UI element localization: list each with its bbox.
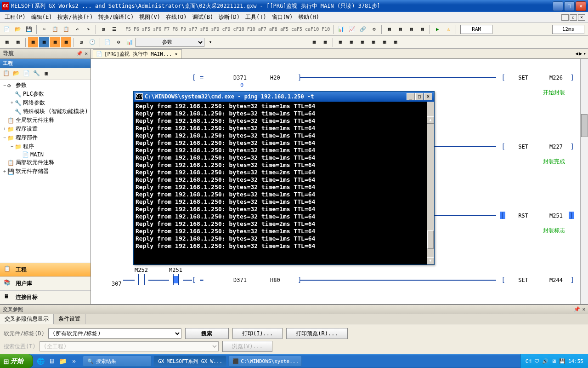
new-icon[interactable]: 📄 bbox=[2, 24, 12, 34]
ql-3[interactable]: 📁 bbox=[58, 356, 68, 366]
cmd-minimize[interactable]: _ bbox=[407, 93, 415, 100]
tb2-m[interactable]: ▦ bbox=[357, 37, 368, 47]
menu-debug[interactable]: 调试(B) bbox=[191, 12, 215, 22]
xref-preview-button[interactable]: 打印预览(R)... bbox=[286, 328, 347, 339]
xref-search-button[interactable]: 搜索 bbox=[185, 328, 229, 339]
tb2-clock-icon[interactable]: 🕐 bbox=[87, 37, 97, 47]
tb2-bar-icon[interactable]: 📊 bbox=[124, 37, 135, 47]
tb2-doc-icon[interactable]: 📄 bbox=[102, 37, 113, 47]
nav-tb-4[interactable]: 🔧 bbox=[32, 70, 40, 78]
mdi-minimize[interactable]: _ bbox=[561, 14, 569, 21]
tb2-a[interactable]: ▦ bbox=[2, 37, 12, 47]
tb2-gear-icon[interactable]: ⚙ bbox=[113, 37, 124, 47]
xref-pin-icon[interactable]: 📌 bbox=[574, 306, 580, 312]
tray-1[interactable]: 🛡 bbox=[534, 358, 539, 364]
tray-time[interactable]: 14:55 bbox=[568, 358, 583, 364]
doc-tab-main[interactable]: 📄 [PRG]监视 执行中 MAIN... × bbox=[93, 49, 182, 58]
taskbar-item[interactable]: ⬛C:\WINDOWS\syste... bbox=[228, 356, 302, 367]
icon-b[interactable]: 📈 bbox=[347, 24, 357, 34]
tb2-d[interactable]: ▦ bbox=[39, 37, 49, 47]
tb2-p[interactable]: ▦ bbox=[390, 37, 401, 47]
open-icon[interactable]: 📂 bbox=[13, 24, 23, 34]
taskbar-item[interactable]: 🔍搜索结果 bbox=[83, 356, 152, 367]
icon-d[interactable]: ⚙ bbox=[369, 24, 379, 34]
tree-item[interactable]: 📄MAIN bbox=[1, 151, 90, 158]
nav-tb-2[interactable]: 📂 bbox=[12, 70, 20, 78]
cmd-titlebar[interactable]: C:\ C:\WINDOWS\system32\cmd.exe - ping 1… bbox=[134, 92, 434, 102]
tray-4[interactable]: 💾 bbox=[559, 358, 565, 364]
redo-icon[interactable]: ↷ bbox=[83, 24, 93, 34]
paste-icon[interactable]: 📋 bbox=[61, 24, 71, 34]
tree-item[interactable]: +🔧网络参数 bbox=[1, 98, 90, 107]
nav-tab[interactable]: 📋工程 bbox=[0, 263, 90, 276]
tree-item[interactable]: −⚙参数 bbox=[1, 81, 90, 90]
xref-device-select[interactable]: (所有软元件/标签) bbox=[48, 328, 181, 339]
cmd-close[interactable]: × bbox=[424, 93, 432, 100]
menu-compile[interactable]: 转换/编译(C) bbox=[96, 12, 136, 22]
menu-view[interactable]: 视图(V) bbox=[137, 12, 162, 22]
tab-next-icon[interactable]: ▶ bbox=[579, 51, 582, 57]
project-tree[interactable]: −⚙参数🔧PLC参数+🔧网络参数🔧特殊模块 (智能功能模块)📋全局软元件注释+📁… bbox=[0, 80, 90, 263]
tb2-f[interactable]: ▦ bbox=[61, 37, 71, 47]
system-tray[interactable]: CH 🛡 🔊 🖥 💾 14:55 bbox=[520, 354, 588, 368]
ql-4[interactable]: » bbox=[69, 356, 79, 366]
menu-tools[interactable]: 工具(T) bbox=[243, 12, 268, 22]
menu-edit[interactable]: 编辑(E) bbox=[29, 12, 54, 22]
grid-icon[interactable]: ⊞ bbox=[98, 24, 108, 34]
cmd-maximize[interactable]: □ bbox=[415, 93, 424, 100]
tree-item[interactable]: 📋全局软元件注释 bbox=[1, 116, 90, 125]
copy-icon[interactable]: 📋 bbox=[50, 24, 60, 34]
mdi-restore[interactable]: ▫ bbox=[570, 14, 577, 21]
warn-icon[interactable]: ⚠ bbox=[443, 24, 453, 34]
tree-item[interactable]: 📋局部软元件注释 bbox=[1, 158, 90, 167]
save-icon[interactable]: 💾 bbox=[24, 24, 34, 34]
xref-tab-info[interactable]: 交叉参照信息显示 bbox=[0, 314, 54, 324]
icon-f[interactable]: ▦ bbox=[395, 24, 405, 34]
tb2-b[interactable]: ▦ bbox=[13, 37, 23, 47]
tb2-h[interactable]: ▾ bbox=[205, 37, 215, 47]
minimize-button[interactable]: _ bbox=[553, 1, 563, 11]
tree-item[interactable]: +💾软元件存储器 bbox=[1, 167, 90, 176]
menu-help[interactable]: 帮助(H) bbox=[296, 12, 321, 22]
param-select[interactable]: 参数 bbox=[136, 38, 204, 47]
mdi-close[interactable]: × bbox=[578, 14, 585, 21]
nav-tb-1[interactable]: 📋 bbox=[2, 70, 10, 78]
cmd-output[interactable]: Reply from 192.168.1.250: bytes=32 time=… bbox=[134, 102, 434, 264]
close-button[interactable]: ✕ bbox=[576, 1, 586, 11]
nav-close-icon[interactable]: × bbox=[85, 51, 88, 57]
tab-prev-icon[interactable]: ◀ bbox=[575, 51, 578, 57]
tray-2[interactable]: 🔊 bbox=[542, 358, 548, 364]
icon-e[interactable]: ▦ bbox=[384, 24, 394, 34]
menu-diagnose[interactable]: 诊断(D) bbox=[217, 12, 242, 22]
xref-print-button[interactable]: 打印(I)... bbox=[232, 328, 283, 339]
tree-item[interactable]: −📁程序 bbox=[1, 142, 90, 151]
tab-menu-icon[interactable]: ▾ bbox=[583, 51, 586, 57]
cut-icon[interactable]: ✂ bbox=[39, 24, 49, 34]
menu-search[interactable]: 搜索/替换(F) bbox=[56, 12, 95, 22]
nav-tab[interactable]: 🖥连接目标 bbox=[0, 290, 90, 304]
tray-lang[interactable]: CH bbox=[526, 358, 531, 364]
list-icon[interactable]: ☰ bbox=[109, 24, 119, 34]
xref-tab-cond[interactable]: 条件设置 bbox=[54, 314, 85, 324]
cmd-window[interactable]: C:\ C:\WINDOWS\system32\cmd.exe - ping 1… bbox=[133, 91, 435, 265]
icon-c[interactable]: 🔗 bbox=[358, 24, 368, 34]
icon-g[interactable]: ▦ bbox=[406, 24, 416, 34]
tb2-c[interactable]: ▦ bbox=[28, 37, 38, 47]
taskbar-item[interactable]: GXMELSOFT系列 GX W... bbox=[153, 356, 226, 367]
tb2-i[interactable]: ▦ bbox=[309, 37, 319, 47]
maximize-button[interactable]: □ bbox=[564, 1, 575, 11]
menu-window[interactable]: 窗口(W) bbox=[270, 12, 295, 22]
ql-ie-icon[interactable]: 🌐 bbox=[36, 356, 46, 366]
tb2-g[interactable]: ⊞ bbox=[76, 37, 86, 47]
undo-icon[interactable]: ↶ bbox=[72, 24, 82, 34]
xref-close-icon[interactable]: × bbox=[582, 306, 585, 312]
tree-item[interactable]: +📁程序设置 bbox=[1, 125, 90, 133]
tree-item[interactable]: 🔧特殊模块 (智能功能模块) bbox=[1, 107, 90, 116]
tb2-n[interactable]: ▦ bbox=[368, 37, 379, 47]
tb2-l[interactable]: ▦ bbox=[346, 37, 356, 47]
tray-3[interactable]: 🖥 bbox=[551, 358, 556, 364]
tb2-e[interactable]: ▦ bbox=[50, 37, 60, 47]
nav-pin-icon[interactable]: 📌 bbox=[76, 51, 83, 57]
nav-tab[interactable]: 📚用户库 bbox=[0, 276, 90, 290]
icon-a[interactable]: 📊 bbox=[336, 24, 346, 34]
